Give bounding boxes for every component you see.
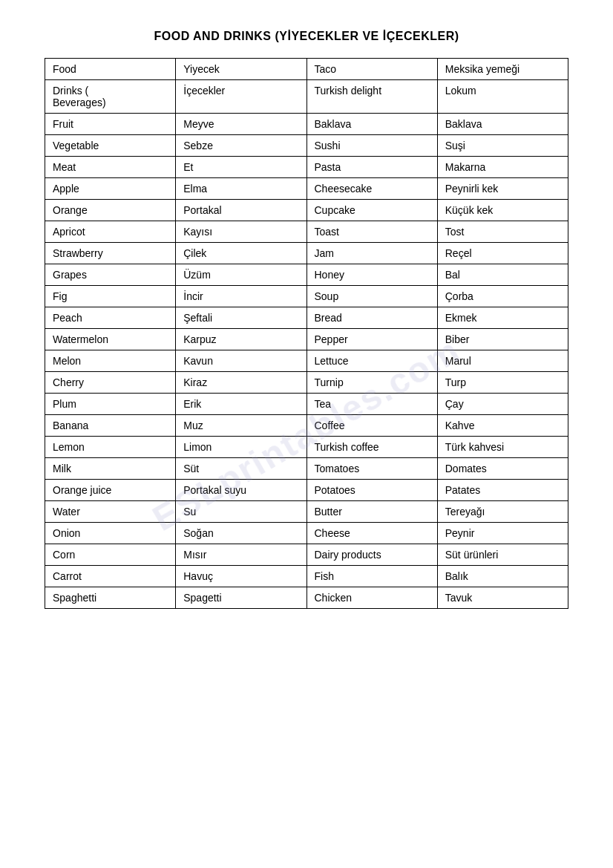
table-cell: Mısır bbox=[176, 544, 306, 566]
table-cell: İçecekler bbox=[176, 80, 306, 114]
table-row: WatermelonKarpuzPepperBiber bbox=[45, 329, 568, 350]
table-cell: Carrot bbox=[45, 566, 176, 587]
table-cell: Türk kahvesi bbox=[437, 437, 568, 458]
table-cell: Havuç bbox=[176, 566, 306, 587]
table-cell: Su bbox=[176, 501, 306, 523]
table-cell: Taco bbox=[306, 59, 437, 80]
table-cell: Patates bbox=[437, 480, 568, 501]
table-row: SpaghettiSpagettiChickenTavuk bbox=[45, 587, 568, 609]
table-cell: Muz bbox=[176, 415, 306, 437]
table-cell: Toast bbox=[306, 221, 437, 243]
table-row: Drinks (Beverages)İçeceklerTurkish delig… bbox=[45, 80, 568, 114]
table-cell: Coffee bbox=[306, 415, 437, 437]
table-cell: Soğan bbox=[176, 523, 306, 544]
table-cell: Portakal bbox=[176, 200, 306, 221]
table-cell: Bal bbox=[437, 264, 568, 286]
table-cell: Lettuce bbox=[306, 350, 437, 372]
table-cell: Strawberry bbox=[45, 243, 176, 264]
table-cell: Ekmek bbox=[437, 307, 568, 329]
table-cell: Water bbox=[45, 501, 176, 523]
table-cell: Biber bbox=[437, 329, 568, 350]
table-cell: Küçük kek bbox=[437, 200, 568, 221]
table-cell: Pasta bbox=[306, 157, 437, 178]
table-cell: Tomatoes bbox=[306, 458, 437, 480]
table-row: ApricotKayısıToastTost bbox=[45, 221, 568, 243]
table-row: VegetableSebzeSushiSuşi bbox=[45, 135, 568, 157]
table-cell: Lemon bbox=[45, 437, 176, 458]
table-cell: Peach bbox=[45, 307, 176, 329]
table-cell: Vegetable bbox=[45, 135, 176, 157]
table-cell: Potatoes bbox=[306, 480, 437, 501]
table-cell: Soup bbox=[306, 286, 437, 307]
table-cell: Tereyağı bbox=[437, 501, 568, 523]
table-cell: Turp bbox=[437, 372, 568, 394]
table-cell: Çorba bbox=[437, 286, 568, 307]
table-cell: Milk bbox=[45, 458, 176, 480]
table-cell: Şeftali bbox=[176, 307, 306, 329]
table-cell: Peynirli kek bbox=[437, 178, 568, 200]
table-cell: Peynir bbox=[437, 523, 568, 544]
table-cell: Kayısı bbox=[176, 221, 306, 243]
table-cell: Fish bbox=[306, 566, 437, 587]
table-cell: Bread bbox=[306, 307, 437, 329]
table-cell: Süt bbox=[176, 458, 306, 480]
table-cell: Food bbox=[45, 59, 176, 80]
page-title: FOOD AND DRINKS (YİYECEKLER VE İÇECEKLER… bbox=[45, 30, 568, 43]
table-row: MelonKavunLettuceMarul bbox=[45, 350, 568, 372]
table-cell: Grapes bbox=[45, 264, 176, 286]
table-cell: Limon bbox=[176, 437, 306, 458]
table-cell: Drinks (Beverages) bbox=[45, 80, 176, 114]
table-cell: Lokum bbox=[437, 80, 568, 114]
table-cell: Onion bbox=[45, 523, 176, 544]
table-cell: Et bbox=[176, 157, 306, 178]
table-cell: Domates bbox=[437, 458, 568, 480]
table-cell: Spaghetti bbox=[45, 587, 176, 609]
table-cell: Balık bbox=[437, 566, 568, 587]
table-cell: Spagetti bbox=[176, 587, 306, 609]
table-cell: Suşi bbox=[437, 135, 568, 157]
table-cell: Tost bbox=[437, 221, 568, 243]
table-row: CarrotHavuçFishBalık bbox=[45, 566, 568, 587]
table-cell: Cherry bbox=[45, 372, 176, 394]
table-row: OrangePortakalCupcakeKüçük kek bbox=[45, 200, 568, 221]
table-cell: Apricot bbox=[45, 221, 176, 243]
table-cell: Meyve bbox=[176, 114, 306, 135]
table-cell: Kahve bbox=[437, 415, 568, 437]
table-cell: Orange bbox=[45, 200, 176, 221]
table-row: FigİncirSoupÇorba bbox=[45, 286, 568, 307]
table-cell: Butter bbox=[306, 501, 437, 523]
table-cell: Fig bbox=[45, 286, 176, 307]
table-cell: Apple bbox=[45, 178, 176, 200]
table-cell: İncir bbox=[176, 286, 306, 307]
table-cell: Fruit bbox=[45, 114, 176, 135]
table-cell: Honey bbox=[306, 264, 437, 286]
table-cell: Tavuk bbox=[437, 587, 568, 609]
table-row: AppleElmaCheesecakePeynirli kek bbox=[45, 178, 568, 200]
table-row: FruitMeyveBaklavaBaklava bbox=[45, 114, 568, 135]
table-cell: Chicken bbox=[306, 587, 437, 609]
table-cell: Turnip bbox=[306, 372, 437, 394]
table-cell: Meat bbox=[45, 157, 176, 178]
table-row: MilkSütTomatoesDomates bbox=[45, 458, 568, 480]
table-cell: Çilek bbox=[176, 243, 306, 264]
table-row: CherryKirazTurnipTurp bbox=[45, 372, 568, 394]
table-cell: Orange juice bbox=[45, 480, 176, 501]
table-cell: Cheese bbox=[306, 523, 437, 544]
table-cell: Plum bbox=[45, 394, 176, 415]
table-row: MeatEtPastaMakarna bbox=[45, 157, 568, 178]
table-row: StrawberryÇilekJamReçel bbox=[45, 243, 568, 264]
table-cell: Marul bbox=[437, 350, 568, 372]
table-cell: Yiyecek bbox=[176, 59, 306, 80]
table-cell: Banana bbox=[45, 415, 176, 437]
table-cell: Pepper bbox=[306, 329, 437, 350]
table-cell: Kavun bbox=[176, 350, 306, 372]
table-cell: Baklava bbox=[306, 114, 437, 135]
table-cell: Makarna bbox=[437, 157, 568, 178]
table-cell: Karpuz bbox=[176, 329, 306, 350]
table-row: LemonLimonTurkish coffeeTürk kahvesi bbox=[45, 437, 568, 458]
vocabulary-table: FoodYiyecekTacoMeksika yemeğiDrinks (Bev… bbox=[45, 58, 568, 609]
table-cell: Corn bbox=[45, 544, 176, 566]
table-cell: Tea bbox=[306, 394, 437, 415]
table-cell: Süt ürünleri bbox=[437, 544, 568, 566]
table-cell: Sushi bbox=[306, 135, 437, 157]
